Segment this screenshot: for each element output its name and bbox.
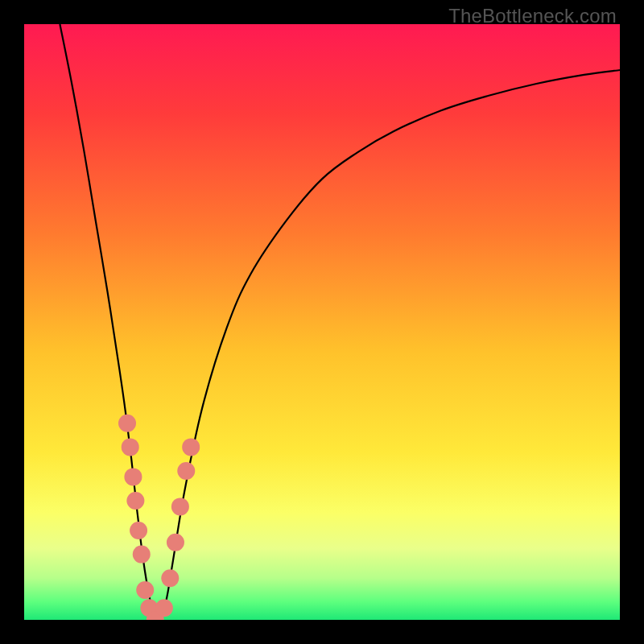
marker-point <box>118 415 136 432</box>
marker-point <box>122 438 139 456</box>
chart-frame <box>24 24 620 620</box>
marker-point <box>130 522 147 539</box>
chart-svg <box>24 24 620 620</box>
marker-point <box>167 534 184 551</box>
marker-point <box>161 569 179 587</box>
marker-point <box>171 497 189 515</box>
marker-point <box>182 438 200 456</box>
marker-point <box>177 462 195 480</box>
marker-point <box>126 492 144 510</box>
marker-point <box>133 546 151 564</box>
marker-point <box>136 581 154 599</box>
chart-background <box>24 24 620 620</box>
marker-point <box>124 468 142 485</box>
marker-point <box>155 599 173 617</box>
